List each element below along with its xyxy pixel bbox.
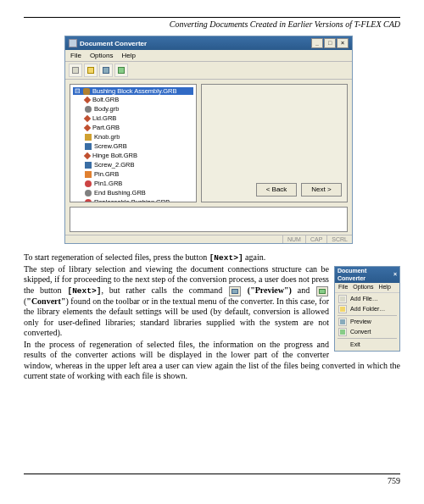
tree-item[interactable]: Lid.GRB [85,114,193,123]
status-scrl: SCRL [326,235,352,243]
menu-options[interactable]: Options [90,52,114,59]
tree-item[interactable]: Screw_2.GRB [85,160,193,169]
tree-item[interactable]: End Bushing.GRB [85,188,193,197]
part-icon [85,190,92,197]
body-text: To start regeneration of selected files,… [24,252,400,383]
log-pane [70,207,348,232]
ctx-title: Document Converter [338,268,393,283]
dialog-title: Document Converter [80,40,147,47]
ctx-exit[interactable]: Exit [335,340,399,350]
statusbar: NUM CAP SCRL [65,235,352,243]
close-icon[interactable]: × [393,271,397,279]
status-cap: CAP [305,235,326,243]
toolbar [65,62,352,80]
preview-icon [338,318,347,326]
tree-item[interactable]: Hinge Bolt.GRB [85,151,193,160]
part-icon [84,152,91,158]
folder-icon [338,305,347,313]
part-icon [85,106,92,113]
tree-item[interactable]: Part.GRB [85,123,193,132]
part-icon [84,124,91,130]
ctx-menu-file[interactable]: File [338,284,348,291]
tree-item[interactable]: Body.grb [85,104,193,114]
tree-item[interactable]: Knob.grb [85,132,193,141]
convert-icon [338,328,347,336]
ctx-menu-options[interactable]: Options [353,284,373,291]
next-button[interactable]: Next > [301,183,342,197]
menubar: File Options Help [65,50,352,62]
inline-convert-icon [316,286,328,296]
maximize-button[interactable]: □ [324,38,336,48]
tree-item[interactable]: Bolt.GRB [85,95,193,104]
main-screenshot: Document Converter _ □ × File Options He… [64,36,353,244]
ctx-menu-help[interactable]: Help [378,284,390,291]
file-icon [338,295,347,303]
part-icon [85,180,92,187]
inline-preview-icon [229,286,241,296]
tree-root[interactable]: ⊟ Bushing Block Assembly.GRB [73,87,193,95]
ctx-add-folder[interactable]: Add Folder… [335,304,399,314]
dialog-titlebar: Document Converter _ □ × [65,36,352,50]
ctx-add-file[interactable]: Add File… [335,294,399,304]
preview-pane: < Back Next > [201,84,348,202]
part-icon [84,114,91,121]
part-icon [84,96,91,102]
context-menu-screenshot: Document Converter × File Options Help A… [334,266,400,352]
add-folder-icon[interactable] [84,64,98,77]
tree-item[interactable]: Pin.GRB [85,169,193,179]
assembly-icon [83,88,90,95]
part-icon [85,134,92,141]
page-number: 759 [24,476,400,485]
tree-item[interactable]: Pin1.GRB [85,179,193,188]
status-num: NUM [282,235,305,243]
page-footer: 759 [24,474,400,485]
document-converter-dialog: Document Converter _ □ × File Options He… [64,36,353,244]
preview-icon[interactable] [99,64,113,77]
menu-file[interactable]: File [70,52,81,59]
ctx-preview[interactable]: Preview [335,317,399,327]
minimize-button[interactable]: _ [311,38,323,48]
tree-item[interactable]: Screw.GRB [85,141,193,151]
menu-help[interactable]: Help [121,52,135,59]
app-icon [69,39,77,47]
back-button[interactable]: < Back [256,183,297,197]
ctx-convert[interactable]: Convert [335,327,399,337]
convert-icon[interactable] [114,64,128,77]
part-icon [85,143,92,150]
add-file-icon[interactable] [69,64,82,77]
part-icon [85,199,92,203]
file-tree[interactable]: ⊟ Bushing Block Assembly.GRB Bolt.GRB Bo… [70,84,197,202]
part-icon [85,171,92,178]
page-header: Converting Documents Created in Earlier … [24,19,400,29]
part-icon [85,162,92,169]
tree-item[interactable]: Replaceable Bushing.GRB [85,197,193,202]
close-button[interactable]: × [337,38,349,48]
